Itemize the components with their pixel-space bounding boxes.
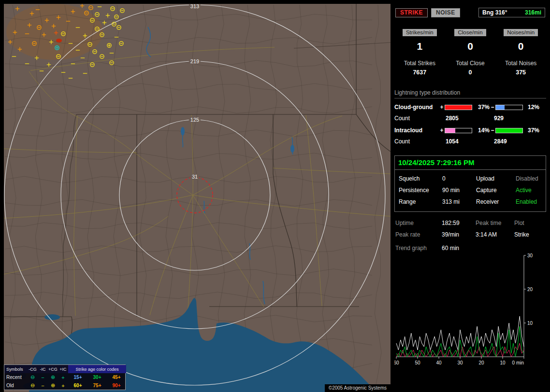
close-per-min-value: 0 xyxy=(445,41,496,52)
total-noises-value: 375 xyxy=(495,69,546,76)
total-strikes-value: 7637 xyxy=(394,69,445,76)
svg-text:60: 60 xyxy=(394,360,399,365)
noises-per-min-value: 0 xyxy=(495,41,546,52)
range-ring-label: 313 xyxy=(189,4,201,9)
svg-text:30: 30 xyxy=(457,360,463,365)
range-label: Range xyxy=(399,198,442,205)
capture-label: Capture xyxy=(476,187,516,194)
bearing-label: Bng 316° xyxy=(482,9,507,16)
trend-graph-value: 60 min xyxy=(442,245,546,252)
close-per-min-label: Close/min xyxy=(454,29,486,36)
noises-per-min: Noises/min 0 xyxy=(495,29,546,52)
intracloud-row: Intracloud + 14% − 37% xyxy=(394,127,546,134)
trend-graph-chart: 3020106050403020100 min xyxy=(394,252,542,372)
session-stats-grid: Uptime 182:59 Peak time Plot Peak rate 3… xyxy=(394,220,546,238)
strike-indicator-button[interactable]: STRIKE xyxy=(395,8,428,17)
age-code: 75+ xyxy=(87,381,107,390)
peak-rate-label: Peak rate xyxy=(395,231,442,238)
uptime-label: Uptime xyxy=(395,220,442,226)
ic-negative-bar xyxy=(495,128,523,133)
receiver-label: Receiver xyxy=(476,198,516,205)
strikes-per-min-value: 1 xyxy=(394,41,445,52)
nexstorm-window: 313 219 125 31 Symbols -CG -IC +CG +IC S… xyxy=(0,0,550,392)
indicator-row: STRIKE NOISE Bng 316° 316mi xyxy=(395,8,545,17)
peak-rate-value: 39/min xyxy=(442,231,476,238)
cg-plus-icon: ⊕ xyxy=(48,381,58,390)
cg-plus-icon: ⊕ xyxy=(48,373,58,381)
cg-negative-count: 929 xyxy=(487,115,546,122)
datetime-status-box: 10/24/2025 7:29:16 PM Squelch 0 Upload D… xyxy=(394,155,546,212)
intracloud-counts: Count 1054 2849 xyxy=(394,138,546,145)
upload-label: Upload xyxy=(476,175,516,182)
intracloud-label: Intracloud xyxy=(394,127,439,134)
total-close-value: 0 xyxy=(445,69,496,76)
squelch-value: 0 xyxy=(442,175,476,182)
capture-value: Active xyxy=(516,187,542,194)
ic-plus-icon: + xyxy=(58,381,68,390)
peak-time-value: 3:14 AM xyxy=(476,231,514,238)
legend-col-pos-ic: +IC xyxy=(58,365,68,373)
ic-minus-icon: − xyxy=(38,381,48,390)
lake xyxy=(290,145,294,153)
cg-negative-pct: 12% xyxy=(523,104,539,111)
squelch-label: Squelch xyxy=(399,175,442,182)
cloud-ground-label: Cloud-ground xyxy=(394,104,439,111)
cloud-ground-row: Cloud-ground + 37% − 12% xyxy=(394,104,546,111)
rates-row: Strikes/min 1 Close/min 0 Noises/min 0 xyxy=(394,29,546,52)
intense-cell-marker xyxy=(56,39,62,42)
svg-text:30: 30 xyxy=(527,253,533,258)
svg-text:20: 20 xyxy=(527,287,533,292)
upload-value: Disabled xyxy=(516,175,542,182)
lightning-map[interactable]: 313 219 125 31 Symbols -CG -IC +CG +IC S… xyxy=(4,4,391,392)
ic-negative-pct: 37% xyxy=(523,127,539,134)
lake xyxy=(181,127,185,136)
range-ring-label: 125 xyxy=(189,117,201,123)
ic-positive-count: 1054 xyxy=(439,138,487,145)
ic-positive-pct: 14% xyxy=(472,127,490,134)
ic-plus-icon: + xyxy=(58,373,68,381)
plus-sign: + xyxy=(439,104,445,111)
cg-minus-icon: ⊖ xyxy=(28,373,38,381)
strikes-per-min-label: Strikes/min xyxy=(403,29,437,36)
total-noises-label: Total Noises xyxy=(495,60,546,67)
cg-negative-bar xyxy=(495,105,523,110)
count-label: Count xyxy=(394,138,439,145)
bearing-display: Bng 316° 316mi xyxy=(478,8,545,17)
svg-text:20: 20 xyxy=(478,360,484,365)
trend-graph-label: Trend graph xyxy=(395,245,442,252)
total-noises: Total Noises 375 xyxy=(495,60,546,76)
count-label: Count xyxy=(394,115,439,122)
svg-text:10: 10 xyxy=(527,321,533,326)
cg-positive-count: 2805 xyxy=(439,115,487,122)
range-ring-label: 219 xyxy=(189,58,201,64)
noise-indicator-button[interactable]: NOISE xyxy=(431,8,460,17)
ic-positive-bar xyxy=(445,128,472,133)
persistence-value: 90 min xyxy=(442,187,476,194)
copyright-text: ©2005 Astrogenic Systems xyxy=(325,384,391,392)
legend-col-neg-ic: -IC xyxy=(38,365,48,373)
trend-graph-row: Trend graph 60 min xyxy=(394,245,546,252)
plot-label: Plot xyxy=(514,220,546,226)
age-code: 90+ xyxy=(107,381,126,390)
cg-minus-icon: ⊖ xyxy=(28,381,38,390)
age-code: 60+ xyxy=(68,381,87,390)
cg-positive-pct: 37% xyxy=(472,104,490,111)
svg-text:0 min: 0 min xyxy=(512,360,524,365)
minus-sign: − xyxy=(490,104,495,111)
total-strikes: Total Strikes 7637 xyxy=(394,60,445,76)
receiver-status-grid: Squelch 0 Upload Disabled Persistence 90… xyxy=(395,170,546,211)
range-value: 313 mi xyxy=(442,198,476,205)
age-code: 45+ xyxy=(107,373,126,381)
distribution-title: Lightning type distribution xyxy=(394,89,546,98)
totals-row: Total Strikes 7637 Total Close 0 Total N… xyxy=(394,60,546,76)
ic-minus-icon: − xyxy=(38,373,48,381)
plot-value: Strike xyxy=(514,231,546,238)
minus-sign: − xyxy=(490,127,495,134)
noises-per-min-label: Noises/min xyxy=(504,29,538,36)
range-ring-label: 31 xyxy=(190,174,199,180)
status-panel: STRIKE NOISE Bng 316° 316mi Strikes/min … xyxy=(394,4,546,388)
cloud-ground-counts: Count 2805 929 xyxy=(394,115,546,122)
strikes-per-min: Strikes/min 1 xyxy=(394,29,445,52)
total-close: Total Close 0 xyxy=(445,60,496,76)
cg-positive-bar xyxy=(445,105,472,110)
